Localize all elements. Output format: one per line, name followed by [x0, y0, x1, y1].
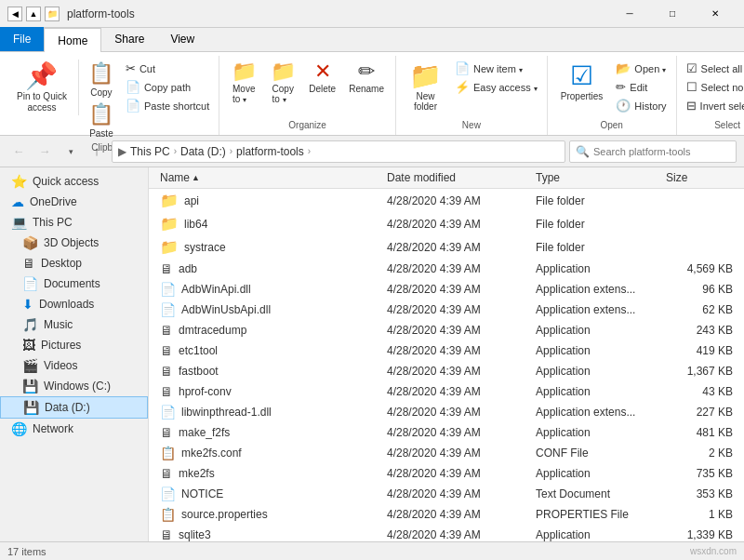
title-folder-icon[interactable]: 📁 — [45, 7, 60, 21]
delete-button[interactable]: ✕ Delete — [303, 60, 341, 96]
sidebar-item-network[interactable]: 🌐 Network — [0, 419, 148, 439]
move-to-button[interactable]: 📁 Moveto ▾ — [225, 60, 262, 106]
forward-button[interactable]: → — [33, 140, 56, 163]
col-name[interactable]: Name ▲ — [156, 169, 383, 186]
up-button[interactable]: ↑ — [86, 140, 108, 163]
sidebar-item-onedrive[interactable]: ☁ OneDrive — [0, 192, 148, 212]
new-item-label: New item ▾ — [473, 63, 523, 74]
table-row[interactable]: 📄 AdbWinApi.dll 4/28/2020 4:39 AM Applic… — [149, 279, 744, 300]
data-d-icon: 💾 — [23, 400, 39, 415]
sidebar-item-videos[interactable]: 🎬 Videos — [0, 355, 148, 376]
maximize-button[interactable]: □ — [651, 0, 694, 28]
music-icon: 🎵 — [22, 317, 38, 332]
file-name: api — [184, 194, 199, 207]
clipboard-col: 📋 Copy 📋 Paste — [83, 60, 120, 140]
new-folder-icon: 📁 — [409, 63, 442, 89]
table-row[interactable]: 📁 api 4/28/2020 4:39 AM File folder — [149, 189, 744, 212]
history-button[interactable]: 🕐 History — [612, 97, 670, 114]
edit-label: Edit — [630, 82, 647, 93]
tab-share[interactable]: Share — [101, 27, 157, 51]
table-row[interactable]: 🖥 make_f2fs 4/28/2020 4:39 AM Applicatio… — [149, 422, 744, 443]
search-box[interactable]: 🔍 — [569, 140, 737, 163]
easy-access-button[interactable]: ⚡ Easy access ▾ — [451, 78, 541, 96]
new-folder-button[interactable]: 📁 Newfolder — [402, 60, 449, 115]
new-folder-label: Newfolder — [414, 91, 437, 112]
table-row[interactable]: 🖥 dmtracedump 4/28/2020 4:39 AM Applicat… — [149, 320, 744, 340]
open-button[interactable]: 📂 Open ▾ — [612, 60, 670, 77]
title-bar: ◀ ▲ 📁 platform-tools ─ □ ✕ — [0, 0, 744, 28]
app-icon: 🖥 — [160, 425, 173, 440]
select-all-button[interactable]: ☑ Select all — [683, 60, 744, 77]
table-row[interactable]: 📁 lib64 4/28/2020 4:39 AM File folder — [149, 212, 744, 235]
new-item-button[interactable]: 📄 New item ▾ — [451, 60, 541, 77]
tab-file[interactable]: File — [0, 27, 44, 51]
table-row[interactable]: 📄 libwinpthread-1.dll 4/28/2020 4:39 AM … — [149, 402, 744, 422]
table-row[interactable]: 📋 mke2fs.conf 4/28/2020 4:39 AM CONF Fil… — [149, 443, 744, 463]
sidebar-label-videos: Videos — [44, 359, 77, 372]
recent-locations-button[interactable]: ▾ — [60, 140, 82, 163]
sidebar-item-documents[interactable]: 📄 Documents — [0, 273, 148, 294]
table-row[interactable]: 📁 systrace 4/28/2020 4:39 AM File folder — [149, 235, 744, 259]
title-up-icon[interactable]: ▲ — [26, 7, 41, 21]
table-row[interactable]: 📋 source.properties 4/28/2020 4:39 AM PR… — [149, 504, 744, 525]
table-row[interactable]: 🖥 mke2fs 4/28/2020 4:39 AM Application 7… — [149, 463, 744, 484]
minimize-button[interactable]: ─ — [608, 0, 651, 28]
search-input[interactable] — [593, 146, 730, 157]
copy-path-button[interactable]: 📄 Copy path — [122, 78, 213, 96]
properties-icon: ☑ — [570, 63, 593, 89]
path-platform-tools[interactable]: platform-tools — [236, 145, 304, 158]
file-name: AdbWinUsbApi.dll — [181, 303, 271, 316]
close-button[interactable]: ✕ — [694, 0, 737, 28]
sidebar-item-this-pc[interactable]: 💻 This PC — [0, 212, 148, 233]
select-none-button[interactable]: ☐ Select none — [683, 78, 744, 96]
title-back-icon[interactable]: ◀ — [7, 7, 22, 21]
rename-button[interactable]: ✏ Rename — [343, 60, 390, 96]
file-size-cell: 4,569 KB — [662, 260, 737, 277]
paste-button[interactable]: 📋 Paste — [83, 100, 120, 140]
back-button[interactable]: ← — [7, 140, 30, 163]
file-type-cell: Application — [532, 342, 662, 359]
table-row[interactable]: 🖥 adb 4/28/2020 4:39 AM Application 4,56… — [149, 259, 744, 279]
col-type[interactable]: Type — [532, 169, 662, 186]
path-data-d[interactable]: Data (D:) — [180, 145, 226, 158]
select-none-label: Select none — [701, 82, 744, 93]
table-row[interactable]: 🖥 etc1tool 4/28/2020 4:39 AM Application… — [149, 340, 744, 361]
sidebar-item-desktop[interactable]: 🖥 Desktop — [0, 253, 148, 273]
sidebar-item-downloads[interactable]: ⬇ Downloads — [0, 294, 148, 314]
file-name-cell: 🖥 adb — [156, 260, 383, 278]
edit-button[interactable]: ✏ Edit — [612, 78, 670, 96]
videos-icon: 🎬 — [22, 358, 38, 373]
tab-home[interactable]: Home — [44, 28, 101, 52]
sidebar-item-windows-c[interactable]: 💾 Windows (C:) — [0, 376, 148, 396]
properties-button[interactable]: ☑ Properties — [553, 60, 611, 105]
invert-selection-button[interactable]: ⊟ Invert selection — [683, 97, 744, 114]
sidebar-item-pictures[interactable]: 🖼 Pictures — [0, 335, 148, 355]
sidebar-item-3d-objects[interactable]: 📦 3D Objects — [0, 233, 148, 253]
table-row[interactable]: 🖥 hprof-conv 4/28/2020 4:39 AM Applicati… — [149, 381, 744, 402]
address-path[interactable]: ▶ This PC › Data (D:) › platform-tools › — [112, 140, 565, 163]
col-date[interactable]: Date modified — [383, 169, 532, 186]
path-this-pc[interactable]: This PC — [130, 145, 170, 158]
paste-shortcut-button[interactable]: 📄 Paste shortcut — [122, 97, 213, 114]
pin-to-quick-button[interactable]: 📌 Pin to Quickaccess — [9, 60, 74, 117]
file-type-cell: Application — [532, 322, 662, 339]
copy-button[interactable]: 📋 Copy — [83, 60, 120, 100]
file-type-cell: Application — [532, 465, 662, 482]
tab-view[interactable]: View — [157, 27, 207, 51]
file-type-cell: Application — [532, 527, 662, 541]
copy-to-button[interactable]: 📁 Copyto ▾ — [264, 60, 301, 106]
cut-button[interactable]: ✂ Cut — [122, 60, 213, 77]
path-sep-1: › — [174, 146, 177, 156]
delete-label: Delete — [309, 84, 336, 94]
table-row[interactable]: 📄 NOTICE 4/28/2020 4:39 AM Text Document… — [149, 484, 744, 504]
col-name-label: Name — [160, 171, 190, 184]
sidebar-item-music[interactable]: 🎵 Music — [0, 314, 148, 335]
sidebar-item-quick-access[interactable]: ⭐ Quick access — [0, 171, 148, 192]
table-row[interactable]: 📄 AdbWinUsbApi.dll 4/28/2020 4:39 AM App… — [149, 300, 744, 320]
col-size[interactable]: Size — [662, 169, 737, 186]
dll-icon: 📄 — [160, 282, 176, 297]
table-row[interactable]: 🖥 fastboot 4/28/2020 4:39 AM Application… — [149, 361, 744, 381]
file-size-cell: 43 KB — [662, 383, 737, 400]
sidebar-item-data-d[interactable]: 💾 Data (D:) — [0, 396, 148, 419]
table-row[interactable]: 🖥 sqlite3 4/28/2020 4:39 AM Application … — [149, 525, 744, 541]
